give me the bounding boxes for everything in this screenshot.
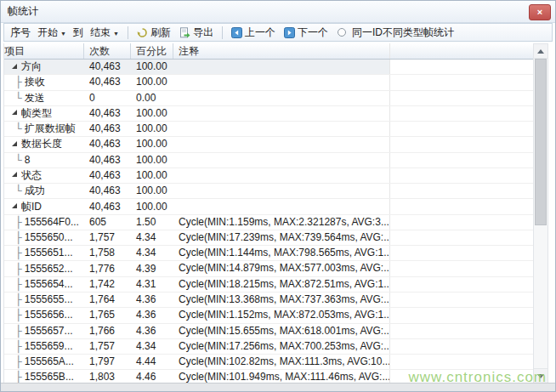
percent-cell: 0.00 [131, 91, 173, 105]
column-header-count[interactable]: 次数 [84, 43, 131, 59]
table-row[interactable]: ├ 1555655... 1,764 4.36 Cycle(MIN:13.368… [4, 293, 533, 308]
item-label: 发送 [25, 91, 45, 105]
item-label: 扩展数据帧 [25, 122, 76, 136]
item-cell: ├ 1555659... [4, 339, 84, 354]
item-label: 成功 [25, 184, 45, 198]
table-row[interactable]: ├ 1555651... 1,758 4.34 Cycle(MIN:1.144m… [4, 246, 533, 261]
start-dropdown[interactable]: 开始 ▼ [35, 25, 69, 41]
table-row[interactable]: ├ 1555656... 1,765 4.36 Cycle(MIN:1.152m… [4, 308, 533, 323]
table-row[interactable]: ├ 1555652... 1,776 4.39 Cycle(MIN:14.879… [4, 261, 533, 276]
table-row[interactable]: ├ 155565B... 1,803 4.46 Cycle(MIN:101.94… [4, 370, 533, 383]
item-cell: ├ 1555657... [4, 324, 84, 338]
table-row[interactable]: ├ 1555650... 1,757 4.34 Cycle(MIN:17.239… [4, 230, 533, 246]
table-row[interactable]: └ 发送 0 0.00 [4, 91, 533, 106]
table-body: 方向 40,463 100.00 ├ 接收 40,463 100.00 └ 发送… [4, 60, 533, 383]
table-row[interactable]: 方向 40,463 100.00 [4, 60, 533, 75]
item-cell: ├ 1555654... [4, 277, 84, 292]
toolbar-separator [128, 26, 128, 39]
same-id-radio[interactable] [338, 28, 346, 37]
note-cell: Cycle(MIN:13.368ms, MAX:737.363ms, AVG:.… [173, 293, 390, 307]
item-cell: 状态 [4, 168, 84, 183]
table-row[interactable]: └ 8 40,463 100.00 [4, 153, 533, 168]
end-dropdown[interactable]: 结束 ▼ [88, 25, 122, 41]
note-cell [173, 137, 390, 151]
close-button[interactable]: × [529, 4, 551, 20]
next-label: 下一个 [298, 26, 328, 40]
table-row[interactable]: ├ 接收 40,463 100.00 [4, 75, 533, 90]
next-button[interactable]: 下一个 [281, 25, 331, 41]
table-row[interactable]: ├ 155565A... 1,797 4.44 Cycle(MIN:102.82… [4, 355, 533, 370]
item-cell: ├ 1555655... [4, 293, 84, 307]
table-row[interactable]: ├ 1555657... 1,766 4.36 Cycle(MIN:15.655… [4, 324, 533, 339]
table-header: 项目 次数 百分比 注释 [4, 43, 533, 60]
refresh-button[interactable]: 刷新 [134, 25, 173, 41]
count-cell: 40,463 [84, 153, 131, 168]
item-cell: 数据长度 [4, 137, 84, 151]
next-icon [284, 27, 295, 38]
item-cell: ├ 1555656... [4, 308, 84, 322]
table-row[interactable]: ├ 155564F0... 605 1.50 Cycle(MIN:1.159ms… [4, 215, 533, 230]
note-cell: Cycle(MIN:17.256ms, MAX:700.253ms, AVG:.… [173, 339, 390, 354]
percent-cell: 100.00 [131, 200, 173, 214]
count-cell: 40,463 [84, 75, 131, 89]
note-cell: Cycle(MIN:17.239ms, MAX:739.564ms, AVG:.… [173, 230, 390, 245]
table-row[interactable]: 帧类型 40,463 100.00 [4, 106, 533, 122]
item-label: 1555654... [25, 277, 73, 292]
percent-cell: 4.39 [131, 262, 173, 276]
table-row[interactable]: └ 扩展数据帧 40,463 100.00 [4, 122, 533, 137]
tree-expand-icon[interactable] [12, 203, 17, 208]
item-label: 155565B... [25, 370, 74, 383]
item-label: 状态 [21, 168, 42, 183]
item-label: 数据长度 [21, 137, 62, 151]
table-row[interactable]: 状态 40,463 100.00 [4, 168, 533, 184]
tree-expand-icon[interactable] [12, 141, 17, 146]
column-header-percent[interactable]: 百分比 [131, 43, 173, 59]
item-label: 8 [25, 153, 31, 168]
toolbar-separator [222, 26, 223, 39]
percent-cell: 100.00 [131, 137, 173, 151]
scroll-up-button[interactable] [534, 44, 547, 59]
count-cell: 1,766 [84, 324, 131, 338]
count-cell: 40,463 [84, 122, 131, 136]
percent-cell: 100.00 [131, 122, 173, 136]
refresh-label: 刷新 [150, 26, 171, 40]
percent-cell: 4.36 [131, 308, 173, 322]
tree-expand-icon[interactable] [12, 172, 17, 177]
table-row[interactable]: └ 成功 40,463 100.00 [4, 184, 533, 199]
item-cell: 方向 [4, 60, 84, 74]
tree-connector-icon: ├ [15, 355, 22, 369]
percent-cell: 4.34 [131, 339, 173, 354]
tree-connector-icon: ├ [15, 246, 22, 260]
item-cell: 帧类型 [4, 106, 84, 121]
item-cell: 帧ID [4, 200, 84, 214]
item-cell: ├ 155565B... [4, 370, 84, 383]
previous-button[interactable]: 上一个 [229, 25, 278, 41]
item-cell: ├ 155565A... [4, 355, 84, 369]
tree-expand-icon[interactable] [12, 64, 17, 69]
scrollbar-thumb[interactable] [535, 59, 547, 225]
export-button[interactable]: 导出 [177, 25, 216, 41]
table-row[interactable]: ├ 1555659... 1,757 4.34 Cycle(MIN:17.256… [4, 339, 533, 355]
percent-cell: 100.00 [131, 184, 173, 198]
item-cell: ├ 1555652... [4, 262, 84, 276]
item-label: 1555659... [25, 339, 73, 354]
end-dropdown-label: 结束 [90, 26, 111, 40]
tree-connector-icon: ├ [15, 293, 22, 307]
table-row[interactable]: ├ 1555654... 1,742 4.31 Cycle(MIN:18.215… [4, 277, 533, 293]
vertical-scrollbar[interactable] [533, 43, 548, 383]
table-row[interactable]: 数据长度 40,463 100.00 [4, 137, 533, 152]
note-cell [173, 153, 390, 168]
frame-statistics-window: 帧统计 × 序号 开始 ▼ 到 结束 ▼ 刷新 [0, 0, 556, 392]
chevron-down-icon: ▼ [113, 31, 119, 37]
column-header-note[interactable]: 注释 [173, 43, 390, 59]
tree-expand-icon[interactable] [12, 110, 17, 115]
same-id-radio-label: 同一ID不同类型帧统计 [352, 26, 454, 40]
item-label: 帧类型 [21, 106, 52, 121]
percent-cell: 100.00 [131, 75, 173, 89]
count-cell: 40,463 [84, 200, 131, 214]
export-icon [179, 27, 190, 38]
column-header-item[interactable]: 项目 [4, 43, 84, 59]
table-row[interactable]: 帧ID 40,463 100.00 [4, 199, 533, 214]
item-label: 155564F0... [25, 215, 79, 230]
scroll-down-button[interactable] [534, 368, 547, 383]
